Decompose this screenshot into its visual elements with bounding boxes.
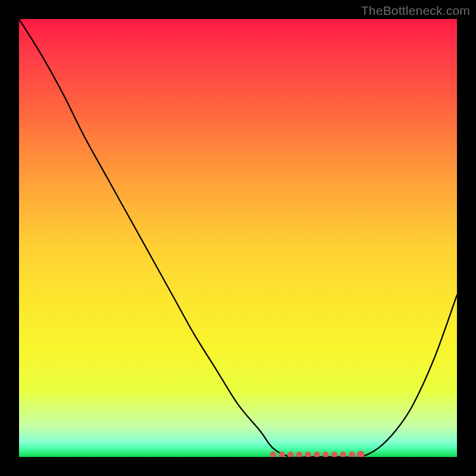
valley-dot [296,452,302,457]
valley-dot [270,452,276,457]
chart-frame: TheBottleneck.com [0,0,476,476]
valley-dot [357,451,365,458]
chart-plot-area [19,19,457,457]
valley-dot [331,452,337,457]
bottleneck-curve [19,19,457,457]
chart-svg [19,19,457,457]
valley-dot [314,452,320,457]
valley-dot [349,452,355,457]
valley-dots [270,451,365,458]
valley-dot [305,452,311,457]
valley-dot [287,452,293,457]
watermark-text: TheBottleneck.com [361,4,470,18]
valley-dot [322,452,328,457]
valley-dot [340,452,346,457]
